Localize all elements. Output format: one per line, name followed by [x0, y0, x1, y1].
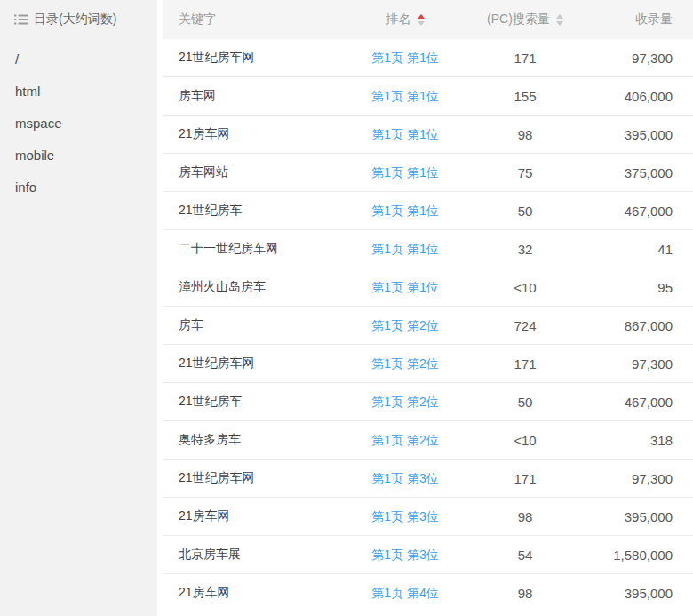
index-volume-cell: 406,000: [587, 89, 693, 104]
sidebar-item-mspace[interactable]: mspace: [0, 108, 157, 140]
keyword-cell: 二十一世纪房车网: [163, 241, 347, 257]
pc-search-volume-cell: 75: [463, 165, 587, 180]
keyword-cell: 奥特多房车: [163, 432, 347, 448]
rank-cell: 第1页 第1位: [347, 164, 463, 181]
page: 目录(大约词数) / html mspace mobile info 关键字 排…: [0, 0, 693, 616]
keyword-cell: 房车网: [163, 88, 347, 104]
keyword-cell: 房车: [163, 317, 347, 333]
rank-cell: 第1页 第2位: [347, 432, 463, 449]
sidebar-header: 目录(大约词数): [0, 0, 157, 39]
keyword-cell: 漳州火山岛房车: [163, 279, 347, 295]
index-volume-cell: 467,000: [587, 204, 693, 219]
keyword-cell: 21世纪房车网: [163, 470, 347, 486]
sidebar: 目录(大约词数) / html mspace mobile info: [0, 0, 157, 616]
pc-search-volume-cell: 50: [463, 204, 587, 219]
table-row: 21世纪房车第1页 第2位50467,000: [163, 383, 693, 421]
table-row: 北京房车展第1页 第3位541,580,000: [163, 536, 693, 574]
index-volume-cell: 1,580,000: [587, 548, 693, 563]
rank-cell: 第1页 第3位: [347, 508, 463, 525]
pc-search-volume-cell: 98: [463, 509, 587, 524]
sort-desc-icon[interactable]: [418, 21, 425, 26]
keyword-cell: 房车网站: [163, 164, 347, 180]
index-volume-cell: 467,000: [587, 395, 693, 410]
index-volume-cell: 395,000: [587, 586, 693, 601]
pc-search-volume-cell: 724: [463, 318, 587, 333]
keyword-cell: 21世纪房车: [163, 203, 347, 219]
table-row: 21房车网第1页 第3位98395,000: [163, 498, 693, 536]
sidebar-directory-list: / html mspace mobile info: [0, 39, 157, 204]
rank-link[interactable]: 第1页 第2位: [371, 433, 438, 447]
sidebar-item-root[interactable]: /: [0, 44, 157, 76]
column-header-index-volume: 收录量: [587, 12, 693, 28]
table-row: 21世纪房车网第1页 第1位17197,300: [163, 39, 693, 77]
keyword-cell: 21房车网: [163, 508, 347, 524]
column-label: (PC)搜索量: [487, 12, 550, 28]
pc-search-volume-cell: 32: [463, 242, 587, 257]
sidebar-item-mobile[interactable]: mobile: [0, 140, 157, 172]
keyword-cell: 21房车网: [163, 585, 347, 601]
keyword-cell: 21世纪房车网: [163, 356, 347, 372]
rank-link[interactable]: 第1页 第1位: [371, 204, 438, 218]
table-body: 21世纪房车网第1页 第1位17197,300房车网第1页 第1位155406,…: [163, 39, 693, 612]
index-volume-cell: 97,300: [587, 471, 693, 486]
table-row: 漳州火山岛房车第1页 第1位<1095: [163, 268, 693, 307]
pc-search-volume-cell: 50: [463, 395, 587, 410]
pc-search-volume-cell: <10: [463, 433, 587, 448]
column-header-rank[interactable]: 排名: [347, 12, 463, 28]
rank-cell: 第1页 第3位: [347, 470, 463, 487]
table-row: 21房车网第1页 第1位98395,000: [163, 116, 693, 154]
sort-asc-icon[interactable]: [556, 14, 563, 19]
pc-search-volume-cell: 155: [463, 89, 587, 104]
pc-search-volume-cell: 171: [463, 51, 587, 66]
sort-desc-icon[interactable]: [556, 21, 563, 26]
keyword-cell: 21房车网: [163, 126, 347, 142]
table-row: 21房车网第1页 第4位98395,000: [163, 574, 693, 612]
rank-cell: 第1页 第2位: [347, 394, 463, 411]
sidebar-item-info[interactable]: info: [0, 172, 157, 204]
rank-cell: 第1页 第1位: [347, 126, 463, 143]
rank-link[interactable]: 第1页 第1位: [371, 89, 438, 103]
table-row: 二十一世纪房车网第1页 第1位3241: [163, 230, 693, 268]
rank-link[interactable]: 第1页 第1位: [371, 51, 438, 65]
rank-link[interactable]: 第1页 第3位: [371, 548, 438, 562]
index-volume-cell: 97,300: [587, 356, 693, 372]
search-volume-sort-control[interactable]: [556, 14, 563, 26]
table-row: 21世纪房车网第1页 第3位17197,300: [163, 460, 693, 498]
rank-cell: 第1页 第1位: [347, 241, 463, 258]
list-icon: [14, 14, 28, 25]
rank-cell: 第1页 第3位: [347, 547, 463, 564]
rank-sort-control[interactable]: [418, 14, 425, 26]
rank-link[interactable]: 第1页 第1位: [371, 165, 438, 180]
table-row: 奥特多房车第1页 第2位<10318: [163, 421, 693, 460]
rank-cell: 第1页 第2位: [347, 317, 463, 334]
rank-link[interactable]: 第1页 第2位: [371, 318, 438, 332]
rank-cell: 第1页 第1位: [347, 88, 463, 105]
pc-search-volume-cell: 98: [463, 586, 587, 601]
pc-search-volume-cell: 171: [463, 356, 587, 372]
keyword-table: 关键字 排名 (PC)搜索量: [163, 0, 693, 616]
rank-link[interactable]: 第1页 第3位: [371, 509, 438, 524]
sort-asc-icon[interactable]: [418, 14, 425, 19]
rank-cell: 第1页 第1位: [347, 50, 463, 67]
rank-link[interactable]: 第1页 第1位: [371, 242, 438, 256]
rank-link[interactable]: 第1页 第4位: [371, 586, 438, 600]
pc-search-volume-cell: 98: [463, 127, 587, 142]
index-volume-cell: 318: [587, 433, 693, 448]
rank-link[interactable]: 第1页 第3位: [371, 471, 438, 485]
pc-search-volume-cell: <10: [463, 280, 587, 295]
keyword-cell: 21世纪房车: [163, 394, 347, 410]
rank-link[interactable]: 第1页 第1位: [371, 127, 438, 141]
rank-cell: 第1页 第4位: [347, 585, 463, 602]
index-volume-cell: 375,000: [587, 165, 693, 180]
table-row: 房车第1页 第2位724867,000: [163, 307, 693, 345]
keyword-cell: 21世纪房车网: [163, 50, 347, 66]
sidebar-item-html[interactable]: html: [0, 76, 157, 108]
rank-link[interactable]: 第1页 第1位: [371, 280, 438, 294]
rank-link[interactable]: 第1页 第2位: [371, 395, 438, 409]
keyword-cell: 北京房车展: [163, 547, 347, 563]
rank-cell: 第1页 第1位: [347, 279, 463, 296]
column-header-keyword: 关键字: [163, 12, 347, 28]
rank-link[interactable]: 第1页 第2位: [371, 356, 438, 371]
table-row: 房车网站第1页 第1位75375,000: [163, 154, 693, 192]
column-header-pc-search-volume[interactable]: (PC)搜索量: [463, 12, 587, 28]
